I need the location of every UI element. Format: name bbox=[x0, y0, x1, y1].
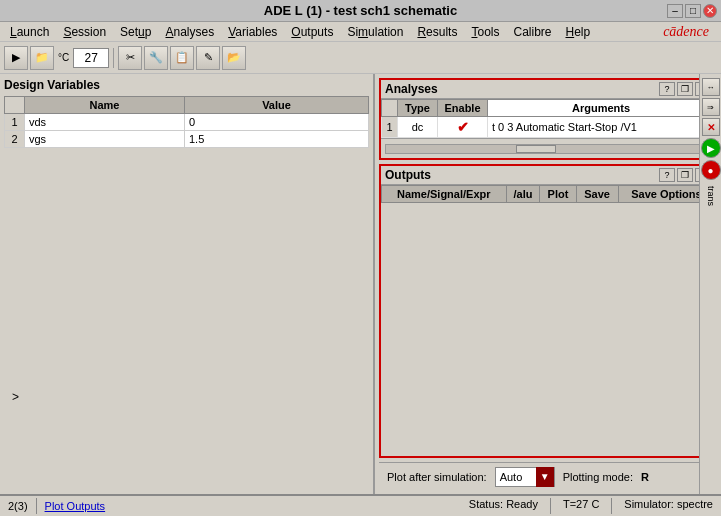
status-temp: T=27 C bbox=[563, 498, 599, 514]
outputs-table: Name/Signal/Expr /alu Plot Save Save Opt… bbox=[381, 185, 715, 203]
plot-bar: Plot after simulation: Auto ▼ Plotting m… bbox=[379, 462, 717, 490]
plot-select-value: Auto bbox=[496, 471, 536, 483]
menu-results[interactable]: Results bbox=[411, 24, 463, 40]
analyses-col-type: Type bbox=[398, 100, 438, 117]
status-simulator: Simulator: spectre bbox=[624, 498, 713, 514]
row-num-2: 2 bbox=[5, 131, 25, 148]
analyses-col-num bbox=[382, 100, 398, 117]
table-row: 1 vds 0 bbox=[5, 114, 369, 131]
design-vars-panel: Design Variables Name Value 1 vds 0 2 vg… bbox=[0, 74, 375, 494]
temperature-input[interactable] bbox=[73, 48, 109, 68]
vars-table: Name Value 1 vds 0 2 vgs 1.5 bbox=[4, 96, 369, 148]
run-button[interactable]: ▶ bbox=[701, 138, 721, 158]
outputs-restore-icon[interactable]: ❐ bbox=[677, 168, 693, 182]
plot-select[interactable]: Auto ▼ bbox=[495, 467, 555, 487]
status-number: 2(3) bbox=[0, 500, 36, 512]
design-vars-title: Design Variables bbox=[4, 78, 369, 92]
var-name-2: vgs bbox=[25, 131, 185, 148]
main-area: Design Variables Name Value 1 vds 0 2 vg… bbox=[0, 74, 721, 494]
rt-btn-red-x[interactable]: ✕ bbox=[702, 118, 720, 136]
outputs-col-alu: /alu bbox=[506, 186, 540, 203]
title-bar: ADE L (1) - test sch1 schematic – □ ✕ bbox=[0, 0, 721, 22]
outputs-col-name: Name/Signal/Expr bbox=[382, 186, 507, 203]
vars-col-num bbox=[5, 97, 25, 114]
status-right: Status: Ready T=27 C Simulator: spectre bbox=[461, 498, 721, 514]
menu-calibre[interactable]: Calibre bbox=[507, 24, 557, 40]
analyses-restore-icon[interactable]: ❐ bbox=[677, 82, 693, 96]
menu-variables[interactable]: Variables bbox=[222, 24, 283, 40]
menu-analyses[interactable]: Analyses bbox=[159, 24, 220, 40]
rt-btn-2[interactable]: ⇒ bbox=[702, 98, 720, 116]
outputs-title: Outputs bbox=[385, 168, 659, 182]
analyses-help-icon[interactable]: ? bbox=[659, 82, 675, 96]
outputs-empty-area bbox=[381, 203, 715, 283]
analyses-row-num-1: 1 bbox=[382, 117, 398, 138]
vars-col-name: Name bbox=[25, 97, 185, 114]
right-toolbar: ↔ ⇒ ✕ ▶ ● trans bbox=[699, 74, 721, 494]
toolbar-separator-1 bbox=[113, 48, 114, 68]
vars-empty-area bbox=[4, 148, 369, 388]
trans-label: trans bbox=[706, 186, 716, 206]
analyses-scrollbar[interactable] bbox=[381, 138, 715, 158]
outputs-panel: Outputs ? ❐ ✕ Name/Signal/Expr /alu Plot… bbox=[379, 164, 717, 458]
plotting-mode-label: Plotting mode: bbox=[563, 471, 633, 483]
analyses-type-1: dc bbox=[398, 117, 438, 138]
cadence-logo: cādence bbox=[663, 24, 717, 40]
menu-simulation[interactable]: Simulation bbox=[341, 24, 409, 40]
outputs-header: Outputs ? ❐ ✕ bbox=[381, 166, 715, 185]
plot-select-arrow[interactable]: ▼ bbox=[536, 467, 554, 487]
analyses-hscrollbar[interactable] bbox=[385, 144, 711, 154]
analyses-hscrollbar-thumb[interactable] bbox=[516, 145, 556, 153]
analyses-enable-1[interactable]: ✔ bbox=[438, 117, 488, 138]
close-button[interactable]: ✕ bbox=[703, 4, 717, 18]
toolbar-btn-4[interactable]: 🔧 bbox=[144, 46, 168, 70]
window-controls: – □ ✕ bbox=[667, 4, 717, 18]
toolbar-btn-1[interactable]: ▶ bbox=[4, 46, 28, 70]
toolbar-btn-5[interactable]: 📋 bbox=[170, 46, 194, 70]
enable-checkmark: ✔ bbox=[457, 119, 469, 135]
menu-tools[interactable]: Tools bbox=[465, 24, 505, 40]
table-row: 1 dc ✔ t 0 3 Automatic Start-Stop /V1 bbox=[382, 117, 715, 138]
plotting-mode-value: R bbox=[641, 471, 649, 483]
right-panels: Analyses ? ❐ ✕ Type Enable Arguments bbox=[375, 74, 721, 494]
table-row: 2 vgs 1.5 bbox=[5, 131, 369, 148]
status-ready: Status: Ready bbox=[469, 498, 538, 514]
analyses-args-1: t 0 3 Automatic Start-Stop /V1 bbox=[488, 117, 715, 138]
analyses-title: Analyses bbox=[385, 82, 659, 96]
plot-outputs-link[interactable]: Plot Outputs bbox=[37, 500, 114, 512]
analyses-panel: Analyses ? ❐ ✕ Type Enable Arguments bbox=[379, 78, 717, 160]
temp-icon: °C bbox=[56, 52, 71, 63]
stop-button[interactable]: ● bbox=[701, 160, 721, 180]
toolbar-btn-6[interactable]: ✎ bbox=[196, 46, 220, 70]
minimize-button[interactable]: – bbox=[667, 4, 683, 18]
vars-col-value: Value bbox=[185, 97, 369, 114]
console-arrow: > bbox=[4, 388, 369, 406]
menu-session[interactable]: Session bbox=[57, 24, 112, 40]
menu-outputs[interactable]: Outputs bbox=[285, 24, 339, 40]
menu-bar: Launch Session Setup Analyses Variables … bbox=[0, 22, 721, 42]
var-value-2[interactable]: 1.5 bbox=[185, 131, 369, 148]
analyses-table: Type Enable Arguments 1 dc ✔ t 0 3 Autom… bbox=[381, 99, 715, 138]
outputs-col-save: Save bbox=[576, 186, 618, 203]
row-num-1: 1 bbox=[5, 114, 25, 131]
toolbar-btn-2[interactable]: 📁 bbox=[30, 46, 54, 70]
analyses-col-args: Arguments bbox=[488, 100, 715, 117]
toolbar-btn-7[interactable]: 📂 bbox=[222, 46, 246, 70]
status-divider-3 bbox=[611, 498, 612, 514]
status-divider-2 bbox=[550, 498, 551, 514]
outputs-col-plot: Plot bbox=[540, 186, 576, 203]
outputs-help-icon[interactable]: ? bbox=[659, 168, 675, 182]
rt-btn-1[interactable]: ↔ bbox=[702, 78, 720, 96]
menu-launch[interactable]: Launch bbox=[4, 24, 55, 40]
toolbar: ▶ 📁 °C ✂ 🔧 📋 ✎ 📂 bbox=[0, 42, 721, 74]
status-bar: 2(3) Plot Outputs Status: Ready T=27 C S… bbox=[0, 494, 721, 516]
analyses-header: Analyses ? ❐ ✕ bbox=[381, 80, 715, 99]
maximize-button[interactable]: □ bbox=[685, 4, 701, 18]
menu-setup[interactable]: Setup bbox=[114, 24, 157, 40]
plot-after-label: Plot after simulation: bbox=[387, 471, 487, 483]
menu-help[interactable]: Help bbox=[560, 24, 597, 40]
window-title: ADE L (1) - test sch1 schematic bbox=[264, 3, 457, 18]
analyses-col-enable: Enable bbox=[438, 100, 488, 117]
var-value-1[interactable]: 0 bbox=[185, 114, 369, 131]
toolbar-btn-3[interactable]: ✂ bbox=[118, 46, 142, 70]
